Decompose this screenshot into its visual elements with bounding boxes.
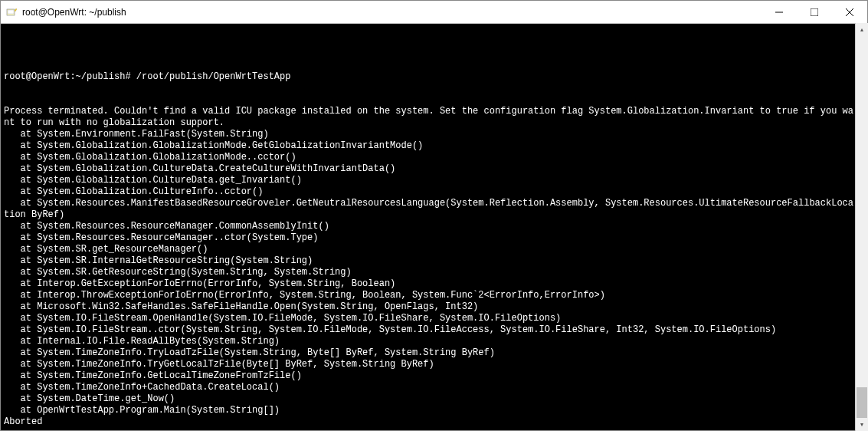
terminal-output-line: at System.Resources.ResourceManager.Comm…: [4, 221, 854, 232]
terminal-output-line: at System.Resources.ManifestBasedResourc…: [4, 198, 854, 221]
minimize-button[interactable]: [762, 1, 797, 23]
terminal-output-line: at System.Resources.ResourceManager..cto…: [4, 232, 854, 244]
terminal-output-line: at System.Globalization.GlobalizationMod…: [4, 152, 854, 163]
terminal-output-line: Aborted: [4, 416, 854, 428]
terminal-output-line: at System.Globalization.CultureData.get_…: [4, 175, 854, 186]
terminal-area[interactable]: root@OpenWrt:~/publish# /root/publish/Op…: [1, 24, 867, 430]
maximize-button[interactable]: [797, 1, 832, 23]
vertical-scrollbar[interactable]: ▴ ▾: [855, 23, 868, 431]
titlebar[interactable]: root@OpenWrt: ~/publish: [1, 1, 867, 24]
terminal-output-line: at System.TimeZoneInfo.GetLocalTimeZoneF…: [4, 370, 854, 382]
terminal-output-line: at System.DateTime.get_Now(): [4, 393, 854, 405]
terminal-output-line: at System.Globalization.GlobalizationMod…: [4, 140, 854, 152]
scrollbar-thumb[interactable]: [857, 387, 867, 418]
terminal-output-line: Process terminated. Couldn't find a vali…: [4, 106, 854, 129]
terminal-output-line: at OpenWrtTestApp.Program.Main(System.St…: [4, 405, 854, 416]
terminal-output-line: at Internal.IO.File.ReadAllBytes(System.…: [4, 336, 854, 347]
terminal-output-line: at Interop.GetExceptionForIoErrno(ErrorI…: [4, 278, 854, 290]
terminal-output-line: at System.Globalization.CultureInfo..cct…: [4, 186, 854, 198]
window-title: root@OpenWrt: ~/publish: [22, 7, 762, 18]
terminal-output-line: at System.SR.GetResourceString(System.St…: [4, 267, 854, 278]
scroll-down-arrow[interactable]: ▾: [856, 418, 868, 431]
terminal-output-line: at System.TimeZoneInfo+CachedData.Create…: [4, 382, 854, 393]
svg-rect-1: [8, 10, 14, 14]
terminal-output-line: at System.SR.InternalGetResourceString(S…: [4, 255, 854, 267]
close-button[interactable]: [832, 1, 867, 23]
scrollbar-track[interactable]: [856, 36, 868, 418]
terminal-output-line: at System.IO.FileStream..ctor(System.Str…: [4, 324, 854, 336]
terminal-output-line: at System.TimeZoneInfo.TryGetLocalTzFile…: [4, 359, 854, 370]
svg-rect-3: [811, 8, 818, 16]
terminal-output: root@OpenWrt:~/publish# /root/publish/Op…: [4, 48, 864, 430]
terminal-output-line: at System.Environment.FailFast(System.St…: [4, 129, 854, 140]
terminal-output-line: at Interop.ThrowExceptionForIoErrno(Erro…: [4, 290, 854, 301]
scroll-up-arrow[interactable]: ▴: [856, 23, 868, 36]
app-window: root@OpenWrt: ~/publish root@OpenWrt:~/p…: [0, 0, 868, 431]
terminal-output-line: at System.Globalization.CultureData.Crea…: [4, 163, 854, 175]
terminal-output-line: at System.TimeZoneInfo.TryLoadTzFile(Sys…: [4, 347, 854, 359]
putty-icon: [5, 6, 18, 18]
terminal-output-line: at System.IO.FileStream.OpenHandle(Syste…: [4, 313, 854, 324]
window-controls: [762, 1, 867, 23]
terminal-output-line: at Microsoft.Win32.SafeHandles.SafeFileH…: [4, 301, 854, 313]
terminal-command-line: root@OpenWrt:~/publish# /root/publish/Op…: [4, 71, 854, 83]
terminal-output-line: at System.SR.get_ResourceManager(): [4, 244, 854, 255]
